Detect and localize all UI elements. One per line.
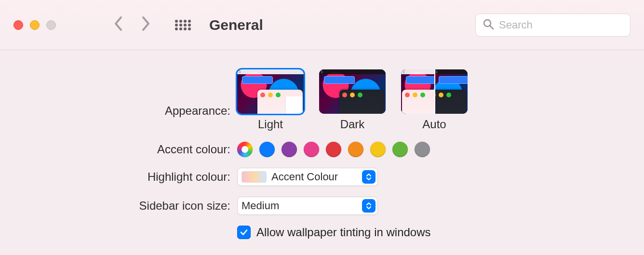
- appearance-thumb-auto: 􀣺 􀣺: [401, 69, 468, 114]
- stepper-icon: [362, 199, 376, 213]
- appearance-options: 􀣺 Light 􀣺: [237, 69, 468, 131]
- back-button[interactable]: [114, 16, 123, 34]
- zoom-button[interactable]: [46, 20, 56, 30]
- accent-swatch-green[interactable]: [392, 142, 408, 157]
- accent-swatch-yellow[interactable]: [370, 142, 386, 157]
- svg-point-11: [188, 27, 191, 30]
- accent-swatch-multicolour[interactable]: [237, 142, 253, 157]
- svg-point-3: [188, 20, 191, 23]
- window-title: General: [209, 17, 263, 33]
- sidebar-popup[interactable]: Medium: [237, 197, 378, 215]
- wallpaper-tinting-checkbox[interactable]: Allow wallpaper tinting in windows: [237, 226, 431, 239]
- svg-point-1: [179, 20, 182, 23]
- svg-point-6: [184, 24, 187, 27]
- sidebar-value: Medium: [242, 200, 279, 212]
- wallpaper-tinting-label: Allow wallpaper tinting in windows: [256, 226, 431, 239]
- close-button[interactable]: [13, 20, 23, 30]
- svg-point-9: [179, 27, 182, 30]
- highlight-swatch-icon: [242, 171, 267, 183]
- toolbar: General: [0, 0, 644, 50]
- appearance-label-auto: Auto: [422, 118, 446, 131]
- appearance-thumb-light: 􀣺: [237, 69, 304, 114]
- svg-point-10: [184, 27, 187, 30]
- appearance-label-dark: Dark: [340, 118, 365, 131]
- window-controls: [13, 20, 56, 30]
- svg-line-13: [490, 26, 494, 29]
- stepper-icon: [362, 170, 376, 184]
- accent-swatches: [237, 142, 430, 157]
- highlight-popup[interactable]: Accent Colour: [237, 168, 378, 186]
- appearance-thumb-dark: 􀣺: [319, 69, 386, 114]
- checkbox-icon: [237, 226, 251, 239]
- label-appearance: Appearance:: [0, 69, 237, 118]
- search-icon: [483, 18, 494, 32]
- row-tinting: Allow wallpaper tinting in windows: [0, 226, 644, 239]
- label-highlight: Highlight colour:: [0, 170, 237, 184]
- minimize-button[interactable]: [30, 20, 40, 30]
- appearance-label-light: Light: [258, 118, 283, 131]
- row-sidebar: Sidebar icon size: Medium: [0, 197, 644, 215]
- appearance-option-light[interactable]: 􀣺 Light: [237, 69, 304, 131]
- nav-buttons: [114, 16, 150, 34]
- svg-point-0: [175, 20, 178, 23]
- row-accent: Accent colour:: [0, 142, 644, 157]
- row-appearance: Appearance: 􀣺 Light: [0, 69, 644, 131]
- label-sidebar: Sidebar icon size:: [0, 199, 237, 213]
- accent-swatch-blue[interactable]: [259, 142, 275, 157]
- accent-swatch-graphite[interactable]: [415, 142, 430, 157]
- svg-point-7: [188, 24, 191, 27]
- row-highlight: Highlight colour: Accent Colour: [0, 168, 644, 186]
- svg-point-4: [175, 24, 178, 27]
- search-input[interactable]: [499, 19, 623, 31]
- svg-point-5: [179, 24, 182, 27]
- accent-swatch-pink[interactable]: [304, 142, 319, 157]
- appearance-option-dark[interactable]: 􀣺 Dark: [319, 69, 386, 131]
- accent-swatch-purple[interactable]: [282, 142, 297, 157]
- svg-point-2: [184, 20, 187, 23]
- search-field[interactable]: [475, 13, 631, 37]
- content: Appearance: 􀣺 Light: [0, 50, 644, 239]
- accent-swatch-red[interactable]: [326, 142, 341, 157]
- label-accent: Accent colour:: [0, 143, 237, 156]
- svg-point-8: [175, 27, 178, 30]
- highlight-value: Accent Colour: [271, 171, 338, 183]
- appearance-option-auto[interactable]: 􀣺 􀣺: [401, 69, 468, 131]
- accent-swatch-orange[interactable]: [348, 142, 363, 157]
- show-all-button[interactable]: [174, 19, 191, 31]
- forward-button[interactable]: [141, 16, 150, 34]
